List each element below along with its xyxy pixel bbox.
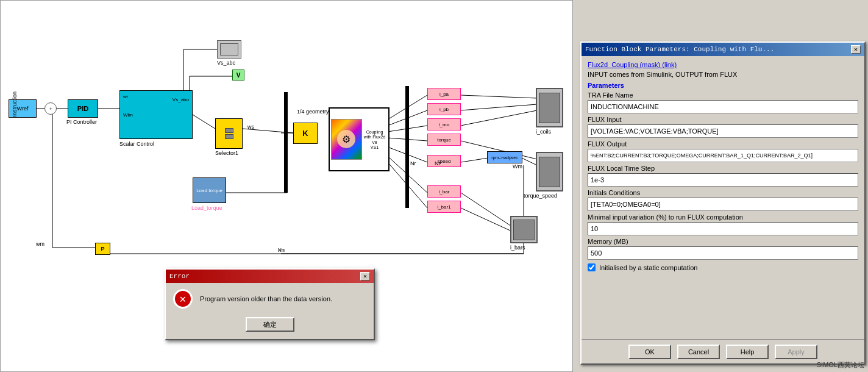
fbp-link[interactable]: Flux2d_Coupling (mask) (link) bbox=[588, 61, 677, 68]
error-title: Error bbox=[169, 273, 190, 280]
error-icon: ✕ bbox=[173, 289, 193, 309]
fbp-input-6[interactable] bbox=[588, 246, 858, 260]
fbp-description: INPUT comes from Simulink, OUTPUT from F… bbox=[588, 71, 858, 78]
ws-label: ws bbox=[247, 124, 254, 130]
i-bar-block[interactable]: i_bar bbox=[427, 185, 461, 198]
fbp-input-4[interactable] bbox=[588, 198, 858, 211]
fbp-field-label-1: FLUX Input bbox=[588, 116, 858, 123]
i-mo-block[interactable]: i_mo bbox=[427, 118, 461, 131]
load-torque-label: Load_torque bbox=[191, 205, 222, 211]
fbp-ok-button[interactable]: OK bbox=[628, 345, 671, 359]
torque-block[interactable]: torque bbox=[427, 134, 461, 146]
bus-bar-left bbox=[284, 92, 288, 193]
pi-controller-label: PI Controller bbox=[66, 119, 97, 125]
fbp-input-2[interactable] bbox=[588, 149, 858, 162]
fbp-help-button[interactable]: Help bbox=[726, 345, 769, 359]
i-pa-block[interactable]: i_pa bbox=[427, 88, 461, 100]
fbp-input-1[interactable] bbox=[588, 124, 858, 138]
fbp-field-label-2: FLUX Output bbox=[588, 140, 858, 148]
i-bars-scope[interactable] bbox=[510, 216, 538, 243]
fbp-input-0[interactable] bbox=[588, 100, 858, 113]
fbp-checkbox-label: Initialised by a static computation bbox=[599, 264, 697, 271]
i-bars-label: i_bars bbox=[510, 245, 525, 251]
error-footer: 确定 bbox=[166, 315, 374, 334]
v-display[interactable]: V bbox=[232, 70, 244, 80]
wm-scope-label: Wm bbox=[513, 163, 522, 170]
fbp-checkbox-row: Initialised by a static computation bbox=[588, 263, 858, 271]
fbp-field-label-4: Initials Conditions bbox=[588, 189, 858, 196]
torque-speed-label: torque_speed bbox=[524, 193, 557, 199]
svg-line-23 bbox=[461, 104, 537, 110]
error-titlebar: Error ✕ bbox=[166, 270, 374, 283]
selector1-label: Selector1 bbox=[215, 150, 238, 156]
fbp-field-label-0: TRA File Name bbox=[588, 91, 858, 99]
fbp-content: Flux2d_Coupling (mask) (link) INPUT come… bbox=[582, 56, 864, 339]
svg-line-22 bbox=[461, 95, 537, 98]
pid-label: PID bbox=[77, 105, 88, 112]
error-ok-button[interactable]: 确定 bbox=[246, 317, 294, 332]
vs-abc-display[interactable] bbox=[217, 40, 241, 59]
load-torque-block[interactable]: Load torque bbox=[193, 177, 226, 203]
fbp-input-3[interactable] bbox=[588, 173, 858, 187]
sum-block[interactable]: + bbox=[44, 102, 57, 115]
scalar-control-label: Scalar Control bbox=[119, 141, 154, 147]
fbp-title: Function Block Parameters: Coupling with… bbox=[585, 46, 774, 53]
error-content: ✕ Program version older than the data ve… bbox=[166, 283, 374, 315]
i-pb-block[interactable]: i_pb bbox=[427, 103, 461, 115]
scalar-control-block[interactable]: wr Wlm Vs_abo bbox=[119, 90, 193, 139]
error-message: Program version older than the data vers… bbox=[200, 295, 332, 302]
nr-label-1: Nr bbox=[410, 160, 416, 166]
fbp-input-5[interactable] bbox=[588, 222, 858, 235]
rpm-block[interactable]: rpm->radpsec bbox=[487, 151, 522, 163]
svg-text:Wm: Wm bbox=[278, 248, 285, 254]
svg-line-24 bbox=[461, 110, 537, 126]
vs-abc-label: Vs_abc bbox=[217, 60, 235, 66]
svg-line-9 bbox=[193, 115, 215, 129]
i-coils-scope[interactable] bbox=[536, 88, 563, 127]
fbp-close-button[interactable]: ✕ bbox=[851, 45, 861, 54]
svg-line-28 bbox=[461, 193, 511, 226]
fbp-titlebar: Function Block Parameters: Coupling with… bbox=[582, 43, 864, 56]
nr-label-2: Nr bbox=[435, 160, 441, 166]
fbp-field-label-5: Minimal input variation (%) to run FLUX … bbox=[588, 213, 858, 221]
i-bar1-block[interactable]: i_bar1 bbox=[427, 201, 461, 213]
fbp-apply-button[interactable]: Apply bbox=[775, 345, 817, 359]
error-close-button[interactable]: ✕ bbox=[360, 272, 370, 281]
fbp-dialog: Function Block Parameters: Coupling with… bbox=[580, 41, 866, 365]
watermark: SIMOL西莫论坛 bbox=[817, 360, 864, 370]
error-dialog: Error ✕ ✕ Program version older than the… bbox=[165, 268, 375, 340]
fbp-parameters-title: Parameters bbox=[588, 82, 858, 89]
fbp-checkbox[interactable] bbox=[588, 263, 596, 271]
instruction-label: Instruction bbox=[9, 83, 21, 126]
svg-line-25 bbox=[461, 158, 488, 162]
torque-speed-scope[interactable] bbox=[536, 152, 563, 191]
selector1-block[interactable] bbox=[215, 118, 243, 149]
speed-block[interactable]: speed bbox=[427, 155, 461, 167]
wm-gain-block[interactable]: P bbox=[95, 243, 110, 255]
fbp-field-label-3: FLUX Local Time Step bbox=[588, 165, 858, 172]
fbp-cancel-button[interactable]: Cancel bbox=[677, 345, 720, 359]
geometry-label: 1/4 geometry bbox=[297, 109, 329, 115]
pid-block[interactable]: PID bbox=[68, 99, 98, 118]
svg-line-29 bbox=[461, 208, 511, 231]
i-coils-label: i_coils bbox=[536, 129, 551, 135]
svg-line-26 bbox=[522, 158, 537, 165]
bus-bar-right bbox=[405, 86, 409, 208]
wm-label: wm bbox=[36, 241, 44, 247]
coupling-block[interactable]: ⚙ Coupling with Flux2d V8VS1 bbox=[329, 107, 390, 171]
fbp-field-label-6: Memory (MB) bbox=[588, 238, 858, 245]
fbp-footer: OK Cancel Help Apply bbox=[582, 339, 864, 363]
gain-k-block[interactable]: K bbox=[293, 123, 318, 144]
